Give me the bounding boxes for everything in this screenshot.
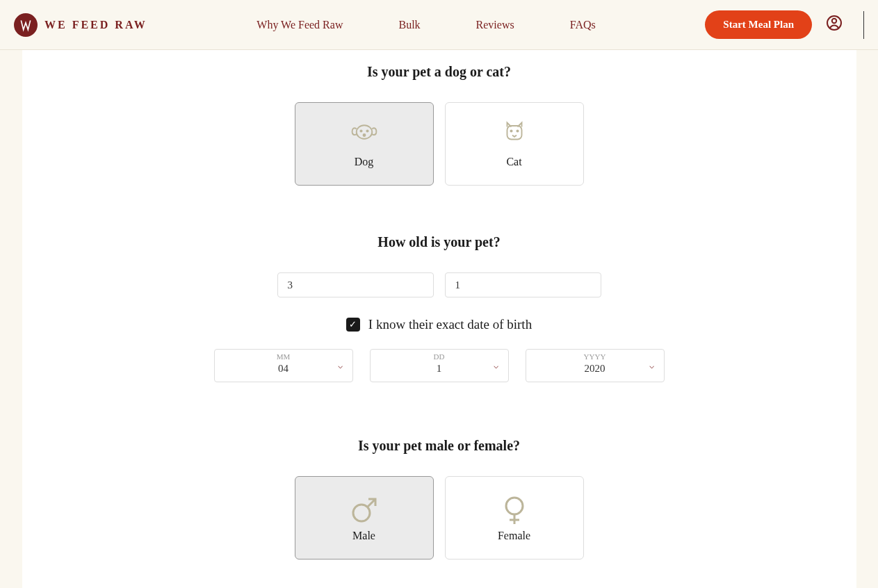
sex-section: Is your pet male or female? Male [22,438,856,560]
male-label: Male [352,530,375,542]
female-icon [498,493,531,518]
day-select[interactable]: DD 1 ⌵ [370,349,509,382]
species-question: Is your pet a dog or cat? [22,64,856,80]
dob-selects: MM 04 ⌵ DD 1 ⌵ YYYY 2020 ⌵ [22,349,856,382]
dog-label: Dog [355,156,374,168]
day-label: DD [380,352,498,361]
day-value: 1 [437,363,442,374]
female-label: Female [498,530,530,542]
account-icon[interactable] [826,15,843,35]
cat-icon [498,120,531,145]
sex-question: Is your pet male or female? [22,438,856,454]
nav-faqs[interactable]: FAQs [570,19,596,31]
month-select[interactable]: MM 04 ⌵ [214,349,353,382]
month-value: 04 [278,363,288,374]
species-section: Is your pet a dog or cat? Dog [22,64,856,186]
species-options: Dog Cat [22,102,856,186]
svg-point-8 [517,130,518,131]
species-dog-option[interactable]: Dog [295,102,434,186]
nav-bulk[interactable]: Bulk [398,19,420,31]
form-card: Is your pet a dog or cat? Dog [22,50,856,588]
header-divider [863,11,864,39]
sex-options: Male Female [22,476,856,560]
dog-icon [348,120,381,145]
header: WE FEED RAW Why We Feed Raw Bulk Reviews… [0,0,878,50]
dob-checkbox[interactable]: ✓ [346,318,360,332]
logo-text: WE FEED RAW [44,19,147,31]
sex-female-option[interactable]: Female [445,476,584,560]
dob-checkbox-row: ✓ I know their exact date of birth [22,317,856,332]
header-right: Start Meal Plan [705,10,864,39]
svg-point-5 [363,134,365,136]
start-meal-plan-button[interactable]: Start Meal Plan [705,10,812,39]
svg-point-9 [353,505,370,521]
cat-label: Cat [506,156,521,168]
logo-icon [14,13,38,37]
dob-checkbox-label: I know their exact date of birth [368,317,532,332]
sex-male-option[interactable]: Male [295,476,434,560]
month-label: MM [225,352,343,361]
chevron-down-icon: ⌵ [494,361,498,371]
logo[interactable]: WE FEED RAW [14,13,147,37]
svg-point-4 [366,130,368,131]
years-input[interactable] [277,272,434,297]
nav-reviews[interactable]: Reviews [476,19,514,31]
chevron-down-icon: ⌵ [338,361,343,371]
svg-point-7 [510,130,512,131]
year-value: 2020 [585,363,605,374]
chevron-down-icon: ⌵ [649,361,654,371]
species-cat-option[interactable]: Cat [445,102,584,186]
age-section: How old is your pet? ✓ I know their exac… [22,234,856,382]
age-question: How old is your pet? [22,234,856,250]
page-body: Is your pet a dog or cat? Dog [0,50,878,588]
nav-why[interactable]: Why We Feed Raw [257,19,343,31]
svg-point-3 [360,130,361,131]
male-icon [348,493,381,518]
main-nav: Why We Feed Raw Bulk Reviews FAQs [257,19,595,31]
age-inputs [22,272,856,297]
months-input[interactable] [445,272,601,297]
year-label: YYYY [536,352,654,361]
svg-point-10 [506,498,523,514]
svg-point-1 [832,18,836,22]
year-select[interactable]: YYYY 2020 ⌵ [526,349,665,382]
